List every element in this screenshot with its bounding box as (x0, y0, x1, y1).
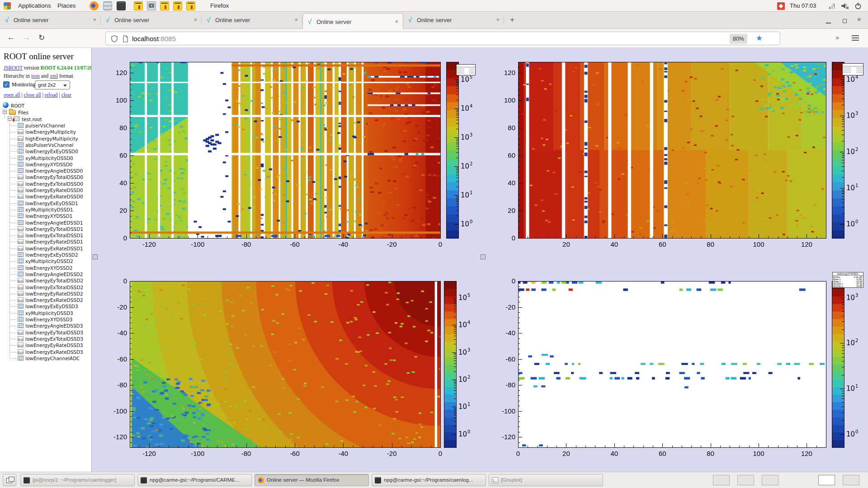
taskbar-button[interactable]: npg@carme-gsi:~/Programs/caenlog... (372, 474, 486, 486)
tab-bar: √Online server×√Online server×√Online se… (0, 12, 868, 29)
tree-guide (10, 274, 17, 275)
jsroot-link[interactable]: JSROOT (4, 65, 23, 70)
screen: Applications Places Firefox Thu 07:03 ? … (0, 0, 868, 488)
desktop-panel: Applications Places Firefox Thu 07:03 ? (0, 0, 868, 12)
tree-item-label: absPulserVsChannel (25, 142, 73, 148)
network-icon[interactable]: ? (829, 2, 837, 9)
tab-close-icon[interactable]: × (496, 16, 500, 23)
midas-icon[interactable] (160, 1, 169, 10)
files-expander[interactable] (3, 110, 7, 114)
tree-item-label: lowEnergyExRateDSSD0 (25, 194, 83, 199)
firefox-icon (258, 477, 264, 483)
window-minimize-button[interactable] (826, 23, 831, 23)
taskbar-button[interactable]: [Gnuplot] (489, 474, 603, 486)
hist1d-icon (18, 278, 24, 283)
testroot-expander[interactable] (8, 117, 12, 121)
window-close-button[interactable]: × (857, 15, 861, 23)
hist1d-icon (18, 330, 24, 335)
tab-online-server[interactable]: √Online server× (0, 12, 101, 29)
hist2d-icon (18, 356, 24, 361)
taskbar-button[interactable]: Online server — Mozilla Firefox (255, 474, 369, 486)
screenshot-icon[interactable] (147, 1, 156, 10)
workspace-cell[interactable] (737, 475, 754, 485)
zoom-indicator[interactable]: 80% (730, 34, 747, 44)
hist1d-icon (18, 226, 24, 231)
volume-muted-icon[interactable] (841, 2, 850, 9)
menu-places[interactable]: Places (57, 0, 76, 11)
monitoring-checkbox[interactable]: ✓ (3, 81, 9, 88)
url-text[interactable]: localhost:8085 (132, 35, 176, 42)
action-open-all[interactable]: open all (4, 92, 20, 98)
json-link[interactable]: json (31, 73, 40, 79)
tab-close-icon[interactable]: × (294, 16, 298, 23)
updates-tray-icon[interactable] (777, 2, 785, 10)
hist1d-icon (18, 136, 24, 141)
workspace-cell[interactable] (818, 475, 835, 485)
tree-item-label: lowEnergyEyTotalDSSD2 (25, 278, 83, 283)
menu-hamburger-icon[interactable] (852, 35, 859, 36)
tree-item-label: highEnergyMultiplicity (25, 136, 78, 141)
tree-item-label: xyMultiplicityDSSD1 (25, 207, 73, 212)
new-tab-button[interactable]: + (510, 15, 514, 24)
tree-root-label[interactable]: ROOT (11, 103, 24, 108)
firefox-icon[interactable] (90, 1, 99, 10)
tree-item-label: lowEnergyExEyDSSD2 (25, 252, 78, 258)
page-info-icon[interactable] (123, 35, 128, 42)
url-bar[interactable]: localhost:8085 80% ★ (105, 32, 780, 45)
tree-guide (10, 184, 17, 184)
tab-close-icon[interactable]: × (193, 16, 197, 23)
xml-link[interactable]: xml (50, 73, 58, 79)
tree-file-label[interactable]: test.root (22, 117, 42, 122)
tree-guide (10, 229, 17, 230)
grid-layout-select[interactable]: grid 2x2 (35, 80, 70, 89)
bookmark-star-icon[interactable]: ★ (756, 33, 763, 43)
hierarchy-line: Hierarchy in json and xml format (4, 73, 92, 79)
taskbar-button[interactable]: [pi@nnrpi1: ~/Programs/caenlogger] (20, 474, 135, 486)
shield-icon[interactable] (111, 35, 118, 42)
tab-close-icon[interactable]: × (395, 18, 398, 25)
workspace-cell[interactable] (713, 475, 730, 485)
action-clear[interactable]: clear (61, 92, 71, 98)
taskbar-button[interactable]: npg@carme-gsi:~/Programs/CARME... (137, 474, 252, 486)
tree-item-label: lowEnergyEyTotalDSSD3 (25, 330, 83, 335)
tree-item-label: lowEnergyEyTotalDSSD0 (25, 174, 83, 180)
distro-menu-icon[interactable] (4, 2, 11, 9)
svg-text:?: ? (832, 3, 835, 7)
hist2d-icon (18, 272, 24, 277)
tab-close-icon[interactable]: × (93, 16, 96, 23)
tab-online-server[interactable]: √Online server× (101, 12, 202, 29)
midas-icon[interactable] (186, 1, 195, 10)
forward-button[interactable]: → (23, 33, 30, 42)
power-icon[interactable] (854, 2, 862, 9)
tree-files-label[interactable]: Files (18, 110, 28, 115)
hist1d-icon (18, 181, 24, 186)
tab-online-server[interactable]: √Online server× (302, 13, 403, 29)
jsroot-sidebar: ROOT online server JSROOT version ROOT 6… (0, 48, 92, 472)
window-maximize-button[interactable] (843, 19, 847, 23)
file-manager-icon[interactable] (103, 1, 112, 10)
back-button[interactable]: ← (7, 33, 15, 42)
workspace-cell[interactable] (843, 475, 859, 485)
reload-button[interactable]: ↻ (38, 33, 45, 42)
overflow-chevrons-icon[interactable]: » (835, 33, 839, 41)
tree-item-label: lowEnergyAngleEDSSD2 (25, 272, 83, 277)
tab-online-server[interactable]: √Online server× (403, 12, 504, 29)
midas-icon[interactable] (134, 1, 143, 10)
root-globe-icon (3, 102, 9, 108)
show-desktop-button[interactable] (3, 474, 16, 486)
hist1d-icon (18, 336, 24, 341)
plots-canvas[interactable] (92, 48, 868, 472)
terminal-icon[interactable] (117, 1, 126, 10)
hist1d-icon (18, 285, 24, 290)
tab-online-server[interactable]: √Online server× (202, 12, 302, 29)
action-close-all[interactable]: close all (24, 92, 41, 98)
clock[interactable]: Thu 07:03 (790, 0, 816, 11)
tree-guide (10, 339, 17, 339)
tree-item-label: lowEnergyAngleEDSSD1 (25, 220, 83, 225)
workspace-cell[interactable] (762, 475, 778, 485)
url-port: :8085 (159, 35, 176, 42)
action-reload[interactable]: reload (45, 92, 58, 98)
midas-icon[interactable] (173, 1, 182, 10)
menu-applications[interactable]: Applications (18, 0, 51, 11)
tree-item-label: lowEnergyMultiplicity (25, 129, 76, 135)
